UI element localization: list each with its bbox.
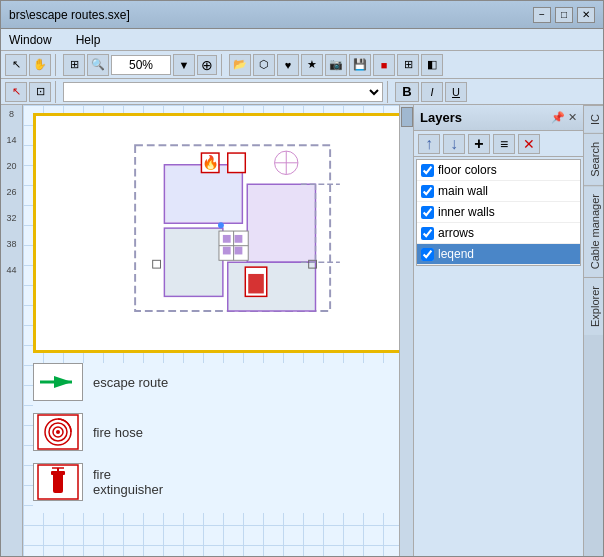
separator-4 [387, 81, 391, 103]
separator-2 [221, 54, 225, 76]
fire-label: fire [93, 467, 163, 482]
svg-rect-6 [166, 167, 240, 222]
layers-list: floor colors main wall inner walls arrow… [416, 159, 581, 266]
fire-ext-labels: fire extinguisher [93, 467, 163, 497]
ruler-val-5: 32 [6, 213, 16, 223]
layer-down-btn[interactable]: ↓ [443, 134, 465, 154]
svg-rect-3 [247, 184, 315, 262]
zoom-in-btn[interactable]: 🔍 [87, 54, 109, 76]
layers-close-icon[interactable]: ✕ [568, 111, 577, 124]
vertical-scrollbar[interactable] [399, 105, 413, 557]
save-btn[interactable]: 💾 [349, 54, 371, 76]
cursor-tool-btn[interactable]: ↖ [5, 54, 27, 76]
extra-btn[interactable]: ◧ [421, 54, 443, 76]
svg-text:🔥: 🔥 [202, 154, 220, 171]
fire-hose-label: fire hose [93, 425, 143, 440]
ruler-val-2: 14 [6, 135, 16, 145]
sidebar-tab-explorer[interactable]: Explorer [584, 277, 603, 335]
pan-tool-btn[interactable]: ✋ [29, 54, 51, 76]
layer-arrows[interactable]: arrows [417, 223, 580, 244]
floorplan-svg: 🔥 [36, 116, 400, 350]
layer-legend-label: leqend [438, 247, 474, 261]
underline-btn[interactable]: U [445, 82, 467, 102]
bold-btn[interactable]: B [395, 82, 419, 102]
layer-inner-walls-checkbox[interactable] [421, 206, 434, 219]
layer-arrows-label: arrows [438, 226, 474, 240]
ruler-val-1: 8 [9, 109, 14, 119]
ruler-val-6: 38 [6, 239, 16, 249]
svg-rect-20 [248, 274, 264, 294]
layer-legend-checkbox[interactable] [421, 248, 434, 261]
svg-rect-9 [228, 153, 246, 173]
fire-ext-icon [33, 463, 83, 501]
svg-rect-4 [164, 228, 223, 296]
open-btn[interactable]: 📂 [229, 54, 251, 76]
svg-rect-37 [51, 471, 65, 475]
layer-main-wall[interactable]: main wall [417, 181, 580, 202]
ruler-val-3: 20 [6, 161, 16, 171]
canvas-area[interactable]: 🔥 [23, 105, 413, 557]
menu-bar: Window Help [1, 29, 603, 51]
toolbar-secondary: ↖ ⊡ B I U [1, 79, 603, 105]
layer-floor-colors[interactable]: floor colors [417, 160, 580, 181]
ruler-val-7: 44 [6, 265, 16, 275]
pointer-btn[interactable]: ↖ [5, 82, 27, 102]
window-controls: − □ ✕ [533, 7, 595, 23]
zoom-out-btn[interactable]: ⊕ [197, 55, 217, 75]
fit-btn[interactable]: ⊞ [63, 54, 85, 76]
layer-add-btn[interactable]: + [468, 134, 490, 154]
style-select[interactable] [63, 82, 383, 102]
legend-fire-ext: fire extinguisher [33, 463, 413, 501]
main-content: 8 14 20 26 32 38 44 [1, 105, 603, 557]
toolbar-main: ↖ ✋ ⊞ 🔍 ▼ ⊕ 📂 ⬡ ♥ ★ 📷 💾 ■ ⊞ ◧ [1, 51, 603, 79]
layer-inner-walls[interactable]: inner walls [417, 202, 580, 223]
layers-toolbar: ↑ ↓ + ≡ ✕ [414, 131, 583, 157]
layers-panel: Layers 📌 ✕ ↑ ↓ + ≡ ✕ floor colors main w… [413, 105, 583, 557]
star-btn[interactable]: ★ [301, 54, 323, 76]
ruler-val-4: 26 [6, 187, 16, 197]
tb2-extra-btn[interactable]: ⊡ [29, 82, 51, 102]
italic-btn[interactable]: I [421, 82, 443, 102]
sidebar-tab-search[interactable]: Search [584, 133, 603, 185]
legend-escape-route: escape route [33, 363, 413, 401]
layer-main-wall-label: main wall [438, 184, 488, 198]
layer-floor-colors-checkbox[interactable] [421, 164, 434, 177]
layer-main-wall-checkbox[interactable] [421, 185, 434, 198]
map-box: 🔥 [33, 113, 403, 353]
grid-btn[interactable]: ⊞ [397, 54, 419, 76]
zoom-dropdown-btn[interactable]: ▼ [173, 54, 195, 76]
svg-rect-16 [235, 247, 243, 255]
escape-route-icon [33, 363, 83, 401]
camera-btn[interactable]: 📷 [325, 54, 347, 76]
legend-fire-hose: fire hose [33, 413, 413, 451]
separator-3 [55, 81, 59, 103]
menu-help[interactable]: Help [72, 31, 105, 49]
right-sidebar: IC Search Cable manager Explorer [583, 105, 603, 557]
pin-icon[interactable]: 📌 [551, 111, 565, 124]
minimize-button[interactable]: − [533, 7, 551, 23]
layer-delete-btn[interactable]: ✕ [518, 134, 540, 154]
layers-header-controls: 📌 ✕ [551, 111, 577, 124]
heart-btn[interactable]: ♥ [277, 54, 299, 76]
maximize-button[interactable]: □ [555, 7, 573, 23]
svg-point-34 [56, 430, 60, 434]
layers-title: Layers [420, 110, 462, 125]
svg-point-24 [218, 222, 224, 228]
escape-route-label: escape route [93, 375, 168, 390]
legend-area: escape route fire hose [33, 363, 413, 513]
layer-legend[interactable]: leqend [417, 244, 580, 265]
svg-rect-13 [223, 235, 231, 243]
layer-list-btn[interactable]: ≡ [493, 134, 515, 154]
layer-inner-walls-label: inner walls [438, 205, 495, 219]
menu-window[interactable]: Window [5, 31, 56, 49]
sidebar-tab-cable-manager[interactable]: Cable manager [584, 185, 603, 277]
layer-up-btn[interactable]: ↑ [418, 134, 440, 154]
svg-rect-36 [53, 473, 63, 493]
zoom-input[interactable] [111, 55, 171, 75]
red-square-btn[interactable]: ■ [373, 54, 395, 76]
scrollbar-thumb[interactable] [401, 107, 413, 127]
sidebar-tab-ic[interactable]: IC [584, 105, 603, 133]
shapes-btn[interactable]: ⬡ [253, 54, 275, 76]
close-button[interactable]: ✕ [577, 7, 595, 23]
layer-arrows-checkbox[interactable] [421, 227, 434, 240]
